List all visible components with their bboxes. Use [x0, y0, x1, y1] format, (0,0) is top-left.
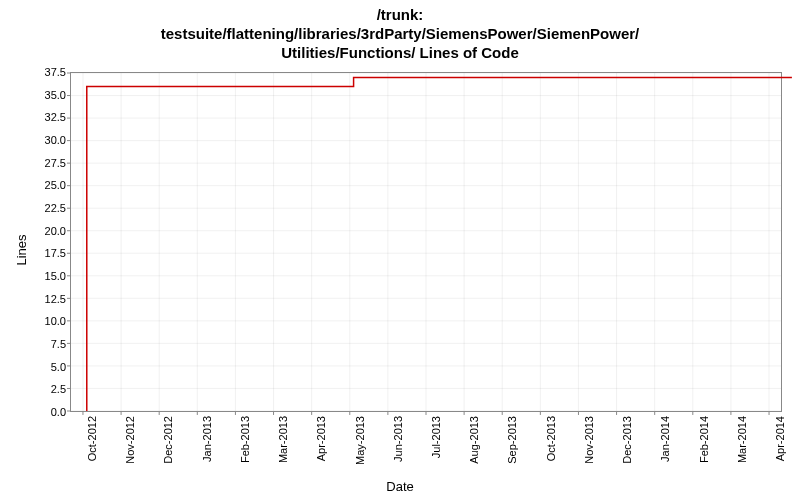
xtick-label: Jun-2013: [392, 416, 404, 462]
ytick-label: 25.0: [26, 179, 66, 191]
xtick-label: Oct-2012: [86, 416, 98, 461]
ytick-label: 35.0: [26, 89, 66, 101]
xtick-label: Oct-2013: [545, 416, 557, 461]
xtick-label: May-2013: [354, 416, 366, 465]
ytick-label: 7.5: [26, 338, 66, 350]
ytick-label: 20.0: [26, 225, 66, 237]
ytick-label: 5.0: [26, 361, 66, 373]
ytick-label: 37.5: [26, 66, 66, 78]
xtick-label: Jan-2013: [201, 416, 213, 462]
data-line: [87, 78, 792, 411]
ytick-label: 12.5: [26, 293, 66, 305]
plot-svg: [71, 73, 781, 411]
title-line-3: Utilities/Functions/ Lines of Code: [281, 44, 519, 61]
xtick-label: Dec-2012: [162, 416, 174, 464]
title-line-2: testsuite/flattening/libraries/3rdParty/…: [161, 25, 640, 42]
chart-title: /trunk: testsuite/flattening/libraries/3…: [0, 6, 800, 62]
xtick-label: Feb-2013: [239, 416, 251, 463]
xtick-label: Apr-2013: [315, 416, 327, 461]
xtick-label: Sep-2013: [506, 416, 518, 464]
ytick-label: 27.5: [26, 157, 66, 169]
xtick-label: Nov-2013: [583, 416, 595, 464]
ytick-label: 30.0: [26, 134, 66, 146]
xtick-label: Nov-2012: [124, 416, 136, 464]
plot-area: [70, 72, 782, 412]
xtick-label: Aug-2013: [468, 416, 480, 464]
xtick-label: Mar-2013: [277, 416, 289, 463]
xtick-label: Dec-2013: [621, 416, 633, 464]
xtick-label: Feb-2014: [698, 416, 710, 463]
ytick-label: 32.5: [26, 111, 66, 123]
xtick-label: Apr-2014: [774, 416, 786, 461]
chart-container: /trunk: testsuite/flattening/libraries/3…: [0, 0, 800, 500]
title-line-1: /trunk:: [377, 6, 424, 23]
xtick-label: Mar-2014: [736, 416, 748, 463]
xtick-label: Jan-2014: [659, 416, 671, 462]
ytick-label: 0.0: [26, 406, 66, 418]
ytick-label: 17.5: [26, 247, 66, 259]
ytick-label: 2.5: [26, 383, 66, 395]
ytick-label: 15.0: [26, 270, 66, 282]
xtick-label: Jul-2013: [430, 416, 442, 458]
ytick-label: 10.0: [26, 315, 66, 327]
ytick-label: 22.5: [26, 202, 66, 214]
x-axis-label: Date: [0, 479, 800, 494]
